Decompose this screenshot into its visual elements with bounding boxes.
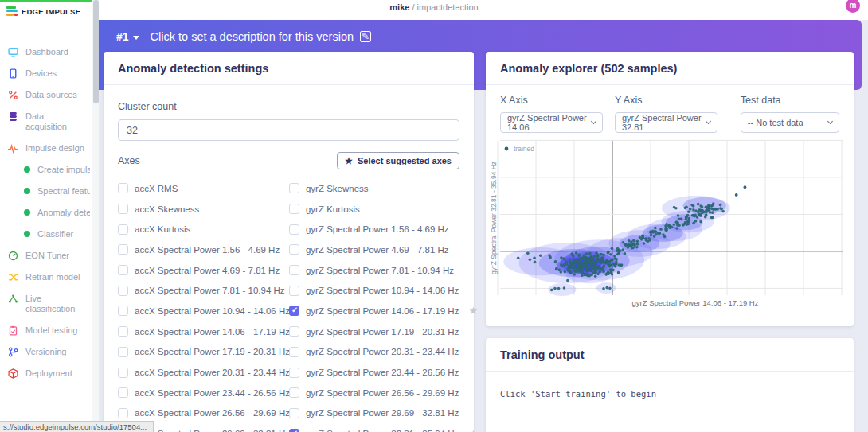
- sidebar-item-impulse-design[interactable]: Impulse design: [0, 138, 90, 159]
- axis-checkbox[interactable]: [118, 224, 128, 235]
- axis-checkbox-label[interactable]: accX Spectral Power 29.69 - 32.81 Hz: [135, 429, 290, 432]
- axes-column-gyrz: gyrZ SkewnessgyrZ KurtosisgyrZ Spectral …: [289, 178, 469, 432]
- axis-checkbox-label[interactable]: accX Spectral Power 14.06 - 17.19 Hz: [135, 327, 290, 337]
- axis-checkbox[interactable]: [118, 368, 128, 378]
- version-label: #1: [116, 30, 129, 43]
- cluster-count-label: Cluster count: [118, 101, 459, 112]
- axis-checkbox[interactable]: [289, 183, 299, 193]
- axis-checkbox-row: gyrZ Spectral Power 4.69 - 7.81 Hz: [289, 239, 469, 260]
- cluster-count-input[interactable]: [118, 119, 459, 141]
- axis-checkbox-label[interactable]: gyrZ Spectral Power 1.56 - 4.69 Hz: [306, 224, 449, 234]
- axis-checkbox[interactable]: [289, 224, 299, 235]
- sidebar-item-create-impulse[interactable]: Create impulse: [0, 159, 90, 181]
- axis-checkbox[interactable]: [118, 183, 128, 193]
- axis-checkbox[interactable]: [289, 429, 299, 432]
- axis-checkbox[interactable]: [289, 244, 299, 255]
- axis-checkbox[interactable]: [118, 347, 128, 357]
- axis-checkbox-label[interactable]: accX Spectral Power 20.31 - 23.44 Hz: [135, 368, 290, 377]
- axis-checkbox[interactable]: [118, 286, 128, 296]
- sidebar-item-deployment[interactable]: Deployment: [0, 363, 90, 384]
- sidebar-item-eon-tuner[interactable]: EON Tuner: [0, 245, 90, 267]
- axis-checkbox-label[interactable]: accX Skewness: [135, 204, 199, 214]
- sidebar-item-label: Data sources: [25, 90, 77, 100]
- axis-checkbox-label[interactable]: accX Spectral Power 26.56 - 29.69 Hz: [135, 408, 290, 418]
- model-testing-icon: [8, 325, 18, 336]
- axis-checkbox[interactable]: [118, 326, 128, 337]
- axis-checkbox-label[interactable]: accX Spectral Power 17.19 - 20.31 Hz: [135, 347, 290, 356]
- axis-checkbox[interactable]: [289, 408, 299, 418]
- axis-checkbox-label[interactable]: accX Spectral Power 7.81 - 10.94 Hz: [135, 286, 285, 295]
- sidebar-item-label: Classifier: [37, 229, 73, 239]
- breadcrumb-user[interactable]: mike: [389, 2, 409, 12]
- axis-checkbox[interactable]: [289, 326, 299, 337]
- y-axis-select[interactable]: gyrZ Spectral Power 32.81: [615, 112, 717, 133]
- sidebar-item-label: EON Tuner: [25, 251, 69, 261]
- version-dropdown[interactable]: #1: [116, 30, 139, 43]
- test-data-select[interactable]: -- No test data: [741, 112, 839, 133]
- axis-checkbox[interactable]: [118, 306, 128, 316]
- sidebar-nav: DashboardDevicesData sourcesData acquisi…: [0, 41, 90, 384]
- axis-checkbox-label[interactable]: gyrZ Spectral Power 29.69 - 32.81 Hz: [306, 408, 459, 418]
- axis-checkbox-row: gyrZ Spectral Power 32.81 - 35.94 Hz★: [289, 423, 469, 432]
- version-description-button[interactable]: Click to set a description for this vers…: [151, 30, 371, 43]
- sidebar-item-classifier[interactable]: Classifier: [0, 224, 90, 245]
- sidebar-item-label: Spectral features: [37, 186, 90, 197]
- axis-checkbox-label[interactable]: accX RMS: [135, 184, 178, 193]
- sidebar-item-retrain-model[interactable]: Retrain model: [0, 267, 90, 288]
- axis-checkbox-label[interactable]: gyrZ Spectral Power 7.81 - 10.94 Hz: [306, 266, 454, 275]
- axis-checkbox-label[interactable]: accX Spectral Power 4.69 - 7.81 Hz: [135, 266, 280, 275]
- axis-checkbox-label[interactable]: gyrZ Spectral Power 32.81 - 35.94 Hz: [306, 429, 459, 432]
- axis-checkbox-label[interactable]: gyrZ Spectral Power 17.19 - 20.31 Hz: [306, 327, 459, 337]
- axis-checkbox-label[interactable]: gyrZ Spectral Power 10.94 - 14.06 Hz: [306, 286, 459, 295]
- axis-checkbox[interactable]: [289, 265, 299, 275]
- select-suggested-axes-button[interactable]: ★ Select suggested axes: [337, 152, 459, 169]
- axis-checkbox-label[interactable]: gyrZ Kurtosis: [306, 204, 360, 214]
- axis-checkbox[interactable]: [289, 306, 299, 316]
- breadcrumb-separator: /: [412, 2, 414, 12]
- axis-checkbox[interactable]: [118, 387, 128, 398]
- sidebar-item-dashboard[interactable]: Dashboard: [0, 41, 90, 63]
- axis-checkbox[interactable]: [118, 204, 128, 214]
- chevron-down-icon: [827, 119, 833, 124]
- sidebar-item-data-acquisition[interactable]: Data acquisition: [0, 106, 90, 138]
- axis-checkbox-label[interactable]: gyrZ Skewness: [306, 184, 369, 193]
- axis-checkbox[interactable]: [289, 286, 299, 296]
- axis-checkbox-row: accX Spectral Power 17.19 - 20.31 Hz: [118, 342, 290, 363]
- sidebar-item-label: Create impulse: [37, 165, 90, 175]
- axis-checkbox[interactable]: [118, 244, 128, 255]
- axis-checkbox-label[interactable]: accX Kurtosis: [135, 224, 190, 234]
- explorer-card-header: Anomaly explorer (502 samples): [486, 52, 854, 85]
- chevron-down-icon: [706, 119, 711, 124]
- sidebar-item-anomaly-detection[interactable]: Anomaly detection: [0, 202, 90, 224]
- sidebar-item-spectral-features[interactable]: Spectral features: [0, 181, 90, 202]
- sidebar-item-label: Live classification: [25, 294, 87, 314]
- breadcrumb-project[interactable]: impactdetection: [417, 2, 479, 12]
- edge-impulse-logo[interactable]: EDGE IMPULSE: [6, 6, 80, 16]
- x-axis-select[interactable]: gyrZ Spectral Power 14.06: [500, 112, 603, 133]
- sidebar-item-model-testing[interactable]: Model testing: [0, 320, 90, 341]
- axis-checkbox-label[interactable]: gyrZ Spectral Power 23.44 - 26.56 Hz: [306, 368, 459, 377]
- axis-checkbox-label[interactable]: gyrZ Spectral Power 4.69 - 7.81 Hz: [306, 245, 449, 255]
- axis-checkbox[interactable]: [289, 387, 299, 398]
- sidebar-item-versioning[interactable]: Versioning: [0, 341, 90, 363]
- axis-checkbox-label[interactable]: accX Spectral Power 10.94 - 14.06 Hz: [135, 306, 290, 316]
- sidebar-scrollbar[interactable]: [92, 0, 99, 432]
- sidebar-item-devices[interactable]: Devices: [0, 63, 90, 84]
- axis-checkbox[interactable]: [289, 368, 299, 378]
- axes-label: Axes: [118, 155, 140, 166]
- axis-checkbox[interactable]: [118, 265, 128, 275]
- axis-checkbox-row: gyrZ Spectral Power 29.69 - 32.81 Hz: [289, 403, 469, 424]
- axis-checkbox-label[interactable]: gyrZ Spectral Power 26.56 - 29.69 Hz: [306, 388, 459, 398]
- axis-checkbox-label[interactable]: gyrZ Spectral Power 20.31 - 23.44 Hz: [306, 347, 459, 356]
- training-card-header: Training output: [486, 338, 854, 372]
- anomaly-scatter-chart[interactable]: trainedgyrZ Spectral Power 32.81 - 35.94…: [491, 139, 839, 313]
- axis-checkbox-label[interactable]: gyrZ Spectral Power 14.06 - 17.19 Hz: [306, 306, 459, 316]
- axis-checkbox[interactable]: [118, 408, 128, 418]
- axis-checkbox[interactable]: [289, 347, 299, 357]
- axis-checkbox-label[interactable]: accX Spectral Power 23.44 - 26.56 Hz: [135, 388, 290, 398]
- axis-checkbox[interactable]: [289, 204, 299, 214]
- axis-checkbox-label[interactable]: accX Spectral Power 1.56 - 4.69 Hz: [135, 245, 280, 255]
- sidebar-scrollbar-thumb[interactable]: [93, 0, 99, 103]
- sidebar-item-data-sources[interactable]: Data sources: [0, 84, 90, 106]
- sidebar-item-live-classification[interactable]: Live classification: [0, 288, 90, 320]
